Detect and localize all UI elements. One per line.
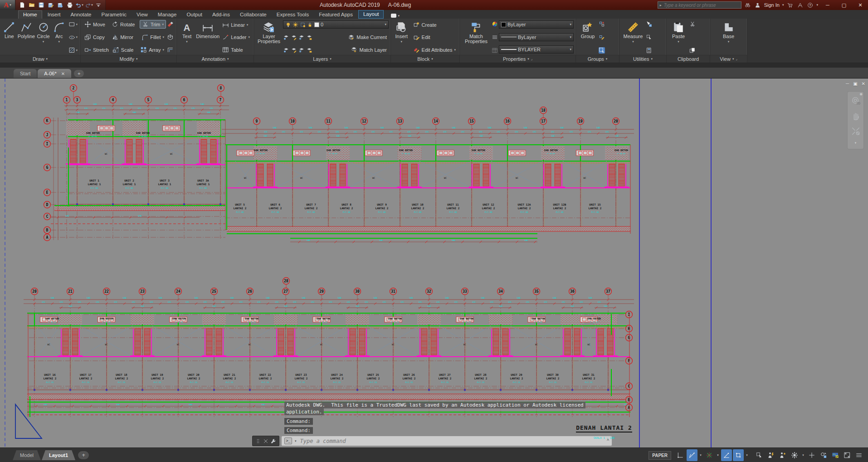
tab-home[interactable]: Home xyxy=(18,10,42,19)
ortho-mode-button[interactable] xyxy=(675,449,686,461)
cut-icon[interactable] xyxy=(689,21,696,27)
panel-utilities-label[interactable]: Utilities▾ xyxy=(619,55,666,63)
viewport-close-icon[interactable]: ✕ xyxy=(862,81,865,86)
hatch-button[interactable]: ▾ xyxy=(68,47,79,54)
tab-parametric[interactable]: Parametric xyxy=(97,11,132,19)
measure-button[interactable]: Measure▾ xyxy=(621,20,645,55)
linetype-list-icon[interactable] xyxy=(492,34,498,40)
dimension-button[interactable]: Dimension xyxy=(196,20,219,55)
crosshair-button[interactable] xyxy=(806,449,817,461)
open-button[interactable] xyxy=(28,1,36,9)
group-button[interactable]: Group xyxy=(578,20,598,55)
zoom-extents-icon[interactable] xyxy=(851,126,861,136)
group-edit-icon[interactable] xyxy=(599,34,605,40)
match-properties-button[interactable]: Match Properties xyxy=(462,20,491,55)
base-button[interactable]: Base▾ xyxy=(719,20,739,55)
stretch-button[interactable]: Stretch xyxy=(83,46,111,54)
quick-calculator-icon[interactable] xyxy=(646,47,652,54)
workspace-dropdown[interactable]: ▾ xyxy=(801,449,805,461)
drawing-area[interactable]: 5405405405403253253253253253253253251601… xyxy=(0,78,868,447)
maximize-button[interactable]: ▢ xyxy=(837,0,851,10)
properties-dialog-launcher[interactable]: ⌟ xyxy=(531,57,532,61)
pan-icon[interactable] xyxy=(851,111,861,121)
layer-unlock2-icon[interactable] xyxy=(306,47,312,53)
scale-button[interactable]: Scale xyxy=(111,46,138,54)
model-tab[interactable]: Model xyxy=(13,450,41,460)
annotation-visibility-button[interactable] xyxy=(766,449,776,461)
line-button[interactable]: Line xyxy=(2,20,17,55)
viewport-minimize-icon[interactable]: ─ xyxy=(846,81,849,86)
layer-isolate-icon[interactable] xyxy=(291,34,297,40)
isolate-objects-button[interactable] xyxy=(818,449,829,461)
circle-button[interactable]: Circle▾ xyxy=(36,20,51,55)
panel-block-label[interactable]: Block▾ xyxy=(391,55,459,63)
erase-button[interactable] xyxy=(166,20,175,29)
viewport-restore-icon[interactable]: ▣ xyxy=(853,81,857,86)
panel-properties-label[interactable]: Properties▾⌟ xyxy=(460,55,575,63)
object-color-select[interactable]: ByLayer▾ xyxy=(499,20,574,29)
search-box[interactable]: ▸ xyxy=(658,1,741,9)
annotation-autoscale-button[interactable] xyxy=(777,449,788,461)
rectangle-button[interactable]: ▾ xyxy=(68,21,79,28)
object-snap-tracking-button[interactable] xyxy=(721,449,732,461)
tab-output[interactable]: Output xyxy=(182,11,207,19)
selection-cycling-button[interactable] xyxy=(754,449,765,461)
ribbon-display-toggle[interactable]: ▾ xyxy=(388,13,402,19)
redo-button[interactable]: ▾ xyxy=(85,1,93,9)
panel-modify-label[interactable]: Modify▾ xyxy=(81,55,176,63)
panel-draw-label[interactable]: Draw▾ xyxy=(0,55,80,63)
edit-block-button[interactable]: Edit xyxy=(411,34,458,41)
linetype-select[interactable]: ByLayer▾ xyxy=(499,33,574,41)
tab-featured-apps[interactable]: Featured Apps xyxy=(314,11,357,19)
qat-customize-button[interactable] xyxy=(94,1,102,9)
layer-select[interactable]: 0 ▾ xyxy=(283,20,389,29)
paste-button[interactable]: Paste▾ xyxy=(668,20,688,55)
help-icon[interactable] xyxy=(806,1,814,9)
group-selection-toggle[interactable] xyxy=(599,47,605,54)
arc-button[interactable]: Arc▾ xyxy=(52,20,67,55)
layer-lock-icon[interactable] xyxy=(306,34,312,40)
move-button[interactable]: Move xyxy=(83,20,110,29)
layer-unisolate-icon[interactable] xyxy=(283,47,289,53)
explode-button[interactable] xyxy=(166,34,175,41)
fillet-button[interactable]: Fillet▾ xyxy=(140,34,166,41)
insert-button[interactable]: Insert▾ xyxy=(393,20,410,55)
linear-button[interactable]: Linear▾ xyxy=(220,21,252,29)
app-store-cart-icon[interactable] xyxy=(786,1,794,9)
tab-express-tools[interactable]: Express Tools xyxy=(272,11,313,19)
new-layout-button[interactable]: + xyxy=(78,451,89,459)
layer-off-icon[interactable] xyxy=(283,34,289,40)
tab-addins[interactable]: Add-ins xyxy=(208,11,234,19)
customize-wrench-icon[interactable] xyxy=(271,438,276,444)
plot-button[interactable] xyxy=(56,1,64,9)
customization-button[interactable] xyxy=(853,449,864,461)
polar-tracking-dropdown[interactable]: ▾ xyxy=(698,449,703,461)
view-dialog-launcher[interactable]: ⌟ xyxy=(736,57,737,61)
search-input[interactable] xyxy=(663,2,739,8)
ungroup-icon[interactable] xyxy=(599,21,605,27)
ellipse-button[interactable]: ▾ xyxy=(68,34,79,41)
array-button[interactable]: Array▾ xyxy=(138,46,166,54)
layer-walk-icon[interactable] xyxy=(291,47,297,53)
paper-space-button[interactable]: PAPER xyxy=(649,451,671,460)
color-wheel-icon[interactable] xyxy=(492,21,498,27)
autodesk-app-store-icon[interactable] xyxy=(796,1,804,9)
search-icon[interactable] xyxy=(744,1,751,9)
tab-collaborate[interactable]: Collaborate xyxy=(235,11,271,19)
file-tab-start[interactable]: Start xyxy=(14,69,37,78)
edit-attributes-button[interactable]: Edit Attributes▾ xyxy=(411,46,458,54)
help-dropdown[interactable]: ▾ xyxy=(816,3,818,7)
tab-manage[interactable]: Manage xyxy=(153,11,181,19)
save-as-button[interactable] xyxy=(47,1,55,9)
save-button[interactable] xyxy=(37,1,45,9)
text-button[interactable]: Text▾ xyxy=(179,20,195,55)
mirror-button[interactable]: Mirror xyxy=(110,34,140,41)
panel-groups-label[interactable]: Groups▾ xyxy=(576,55,619,63)
command-input-bar[interactable]: >_▾ ^ xyxy=(281,436,612,446)
command-input[interactable] xyxy=(299,437,609,445)
plan-drawing[interactable]: 5405405405403253253253253253253253251601… xyxy=(0,79,868,447)
layer-properties-button[interactable]: Layer Properties xyxy=(256,20,282,55)
command-close-icon[interactable] xyxy=(263,438,268,444)
command-icon[interactable]: >_ xyxy=(284,437,292,444)
object-snap-button[interactable] xyxy=(733,449,744,461)
